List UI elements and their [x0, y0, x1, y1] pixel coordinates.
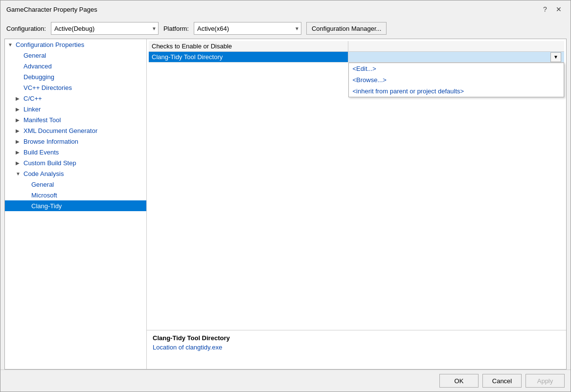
tree-arrow-c-cpp: ▶: [16, 96, 23, 101]
sidebar-link-linker[interactable]: Linker: [23, 106, 41, 113]
apply-button[interactable]: Apply: [525, 374, 565, 388]
sidebar-item-browse-info[interactable]: ▶Browse Information: [5, 136, 146, 147]
bottom-bar: OK Cancel Apply: [0, 370, 571, 392]
tree-arrow-code-analysis: ▼: [16, 171, 23, 176]
prop-col1-header: Checks to Enable or Disable: [149, 41, 348, 51]
sidebar-link-browse-info[interactable]: Browse Information: [23, 138, 78, 145]
sidebar-link-ca-microsoft[interactable]: Microsoft: [31, 192, 57, 199]
platform-select-wrapper: Active(x64) ▼: [194, 22, 301, 35]
sidebar-link-advanced[interactable]: Advanced: [23, 63, 52, 70]
tree-arrow-linker: ▶: [16, 107, 23, 112]
sidebar-item-ca-clang-tidy[interactable]: Clang-Tidy: [5, 200, 146, 211]
config-manager-button[interactable]: Configuration Manager...: [306, 22, 387, 35]
dialog-title: GameCharacter Property Pages: [6, 6, 97, 13]
property-header-row: Checks to Enable or Disable: [149, 41, 564, 52]
platform-select[interactable]: Active(x64): [194, 22, 301, 35]
sidebar-item-general[interactable]: General: [5, 50, 146, 61]
configuration-select-wrapper: Active(Debug) ▼: [51, 22, 159, 35]
sidebar-item-ca-general[interactable]: General: [5, 179, 146, 190]
close-button[interactable]: ✕: [553, 4, 565, 14]
main-content: ▼Configuration PropertiesGeneralAdvanced…: [4, 39, 567, 370]
prop-col2-header: [348, 41, 564, 51]
sidebar-item-config-properties[interactable]: ▼Configuration Properties: [5, 39, 146, 50]
sidebar-link-c-cpp[interactable]: C/C++: [23, 95, 42, 102]
ok-button[interactable]: OK: [439, 374, 479, 388]
sidebar-link-build-events[interactable]: Build Events: [23, 149, 59, 156]
sidebar-link-ca-general[interactable]: General: [31, 181, 54, 188]
cancel-button[interactable]: Cancel: [482, 374, 522, 388]
description-title: Clang-Tidy Tool Directory: [153, 334, 560, 342]
property-row-clang-tidy-dir[interactable]: Clang-Tidy Tool Directory ▼ <Edit...><Br…: [149, 52, 564, 63]
sidebar-link-debugging[interactable]: Debugging: [23, 73, 54, 81]
configuration-select[interactable]: Active(Debug): [51, 22, 159, 35]
dropdown-option-browse[interactable]: <Browse...>: [349, 74, 564, 86]
property-dropdown-button[interactable]: ▼: [550, 52, 561, 62]
tree-arrow-config-properties: ▼: [8, 42, 16, 47]
sidebar-link-custom-build-step[interactable]: Custom Build Step: [23, 159, 76, 167]
platform-label: Platform:: [163, 25, 189, 32]
config-bar: Configuration: Active(Debug) ▼ Platform:…: [0, 18, 571, 39]
properties-area: Checks to Enable or Disable Clang-Tidy T…: [147, 39, 566, 330]
sidebar-item-advanced[interactable]: Advanced: [5, 61, 146, 71]
description-area: Clang-Tidy Tool Directory Location of cl…: [147, 330, 566, 369]
sidebar-link-vc-directories[interactable]: VC++ Directories: [23, 84, 72, 91]
sidebar-link-xml-doc-gen[interactable]: XML Document Generator: [23, 127, 97, 134]
sidebar-item-debugging[interactable]: Debugging: [5, 71, 146, 82]
dialog: GameCharacter Property Pages ? ✕ Configu…: [0, 0, 571, 392]
dropdown-option-inherit[interactable]: <inherit from parent or project defaults…: [349, 86, 564, 97]
help-button[interactable]: ?: [539, 4, 551, 14]
dropdown-option-edit[interactable]: <Edit...>: [349, 63, 564, 74]
sidebar-item-custom-build-step[interactable]: ▶Custom Build Step: [5, 157, 146, 168]
sidebar-link-general[interactable]: General: [23, 52, 46, 59]
tree-arrow-build-events: ▶: [16, 150, 23, 155]
title-bar-buttons: ? ✕: [539, 4, 565, 14]
sidebar-item-ca-microsoft[interactable]: Microsoft: [5, 190, 146, 200]
tree-arrow-custom-build-step: ▶: [16, 160, 23, 166]
sidebar-item-vc-directories[interactable]: VC++ Directories: [5, 82, 146, 93]
prop-value-clang-tidy-dir: ▼ <Edit...><Browse...><inherit from pare…: [348, 52, 564, 62]
sidebar-item-manifest-tool[interactable]: ▶Manifest Tool: [5, 114, 146, 125]
sidebar-item-build-events[interactable]: ▶Build Events: [5, 147, 146, 157]
config-label: Configuration:: [6, 25, 46, 32]
tree-arrow-manifest-tool: ▶: [16, 117, 23, 123]
title-bar: GameCharacter Property Pages ? ✕: [0, 0, 571, 18]
description-text: Location of clangtidy.exe: [153, 344, 560, 351]
right-panel: Checks to Enable or Disable Clang-Tidy T…: [147, 39, 566, 369]
sidebar-link-config-properties[interactable]: Configuration Properties: [16, 41, 84, 48]
sidebar-label-ca-clang-tidy: Clang-Tidy: [31, 202, 62, 210]
tree-arrow-browse-info: ▶: [16, 139, 23, 144]
sidebar-item-code-analysis[interactable]: ▼Code Analysis: [5, 168, 146, 179]
sidebar: ▼Configuration PropertiesGeneralAdvanced…: [5, 39, 147, 369]
sidebar-item-linker[interactable]: ▶Linker: [5, 104, 146, 114]
sidebar-item-xml-doc-gen[interactable]: ▶XML Document Generator: [5, 125, 146, 136]
prop-name-clang-tidy-dir: Clang-Tidy Tool Directory: [149, 52, 348, 62]
dropdown-popup: <Edit...><Browse...><inherit from parent…: [348, 63, 564, 97]
tree-arrow-xml-doc-gen: ▶: [16, 128, 23, 133]
sidebar-item-c-cpp[interactable]: ▶C/C++: [5, 93, 146, 104]
sidebar-link-code-analysis[interactable]: Code Analysis: [23, 170, 64, 177]
sidebar-link-manifest-tool[interactable]: Manifest Tool: [23, 116, 61, 124]
